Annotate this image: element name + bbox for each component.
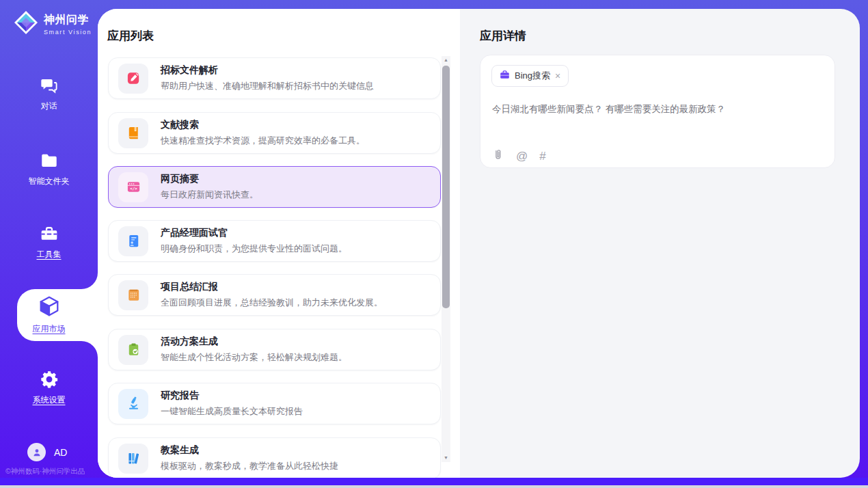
- notepad-icon: [118, 280, 148, 310]
- app-card-project-summary[interactable]: 项目总结汇报 全面回顾项目进展，总结经验教训，助力未来优化发展。: [108, 274, 441, 316]
- app-description: 智能生成个性化活动方案，轻松解决规划难题。: [161, 351, 347, 364]
- paperclip-icon[interactable]: [492, 148, 504, 164]
- scroll-down-icon[interactable]: ▼: [442, 454, 450, 462]
- app-list-scrollbar[interactable]: ▲ ▼: [442, 56, 450, 462]
- books-icon: [118, 444, 148, 474]
- app-card-event-plan[interactable]: 活动方案生成 智能生成个性化活动方案，轻松解决规划难题。: [108, 329, 441, 370]
- app-name: 文献搜索: [161, 119, 365, 131]
- svg-text:</>: </>: [130, 187, 137, 191]
- bubble-notch-bottom: [81, 341, 98, 357]
- app-list-panel: 应用列表 招标文件解析 帮助用户快速、准确地理解和解析招标书中的关键信息: [98, 9, 460, 478]
- app-card-web-summary[interactable]: </> 网页摘要 每日政府新闻资讯快查。: [108, 166, 441, 208]
- user-initials: AD: [54, 447, 67, 458]
- tool-chip-bing-search[interactable]: Bing搜索 ×: [491, 65, 569, 87]
- app-name: 活动方案生成: [161, 336, 347, 348]
- query-text[interactable]: 今日湖北有哪些新闻要点？ 有哪些需要关注的最新政策？: [492, 103, 820, 116]
- avatar: [27, 443, 46, 461]
- app-card-lesson-plan[interactable]: 教案生成 模板驱动，教案秒成，教学准备从此轻松快捷: [108, 437, 441, 478]
- sidebar-item-label: 系统设置: [33, 394, 66, 406]
- sidebar-item-smart-folder[interactable]: 智能文件夹: [0, 151, 98, 187]
- briefcase-icon: [500, 70, 510, 83]
- cube-icon: [38, 295, 61, 321]
- app-card-research-report[interactable]: 研究报告 一键智能生成高质量长文本研究报告: [108, 383, 441, 424]
- app-card-pm-interviewer[interactable]: 产品经理面试官 明确身份和职责，为您提供专业性的面试问题。: [108, 220, 441, 262]
- user-account[interactable]: AD: [27, 443, 67, 461]
- edit-document-icon: [118, 64, 148, 94]
- toolbox-icon: [40, 224, 59, 246]
- book-icon: [118, 118, 148, 148]
- scrollbar-thumb[interactable]: [442, 66, 450, 308]
- sidebar-item-label: 对话: [41, 100, 57, 112]
- app-name: 教案生成: [161, 444, 338, 457]
- sidebar-item-label: 应用市场: [33, 323, 66, 335]
- content-area: 应用列表 招标文件解析 帮助用户快速、准确地理解和解析招标书中的关键信息: [98, 9, 860, 478]
- app-detail-title: 应用详情: [480, 28, 526, 44]
- chat-icon: [40, 76, 59, 98]
- bottom-edge-line: [0, 485, 868, 488]
- hash-icon[interactable]: #: [539, 150, 545, 163]
- app-description: 全面回顾项目进展，总结经验教训，助力未来优化发展。: [161, 297, 383, 309]
- sidebar: 神州问学 Smart Vision 对话 智能文件夹: [0, 0, 98, 478]
- tool-chip-label: Bing搜索: [515, 70, 550, 82]
- app-name: 招标文件解析: [161, 64, 374, 77]
- app-name: 网页摘要: [161, 173, 258, 185]
- bottom-accent-strip: [0, 478, 868, 485]
- brand-subtitle: Smart Vision: [44, 29, 92, 36]
- copyright-text: ©神州数码·神州问学出品: [5, 467, 85, 476]
- app-list-title: 应用列表: [107, 28, 154, 44]
- sidebar-item-app-market[interactable]: 应用市场: [0, 295, 98, 335]
- browser-code-icon: </>: [118, 172, 148, 202]
- app-name: 产品经理面试官: [161, 227, 347, 239]
- brand-name: 神州问学: [44, 13, 92, 27]
- clipboard-check-icon: [118, 335, 148, 365]
- app-description: 每日政府新闻资讯快查。: [161, 189, 258, 201]
- app-card-literature-search[interactable]: 文献搜索 快速精准查找学术资源，提高研究效率的必备工具。: [108, 112, 441, 154]
- app-description: 模板驱动，教案秒成，教学准备从此轻松快捷: [161, 460, 338, 472]
- app-card-bid-document-analysis[interactable]: 招标文件解析 帮助用户快速、准确地理解和解析招标书中的关键信息: [108, 57, 441, 99]
- sidebar-item-label: 工具集: [37, 249, 62, 260]
- sidebar-item-chat[interactable]: 对话: [0, 76, 98, 112]
- bubble-notch-top: [81, 273, 98, 289]
- gear-icon: [40, 370, 59, 392]
- prompt-card[interactable]: Bing搜索 × 今日湖北有哪些新闻要点？ 有哪些需要关注的最新政策？ @ #: [480, 55, 835, 168]
- app-description: 快速精准查找学术资源，提高研究效率的必备工具。: [161, 135, 365, 147]
- folder-icon: [40, 151, 59, 173]
- at-icon[interactable]: @: [516, 150, 528, 163]
- sidebar-item-toolset[interactable]: 工具集: [0, 224, 98, 260]
- app-name: 研究报告: [161, 390, 303, 402]
- brand-gem-icon: [12, 9, 40, 39]
- sidebar-item-label: 智能文件夹: [29, 176, 70, 187]
- app-description: 帮助用户快速、准确地理解和解析招标书中的关键信息: [161, 80, 374, 92]
- microscope-icon: [118, 389, 148, 419]
- chip-close-icon[interactable]: ×: [555, 71, 560, 81]
- app-description: 一键智能生成高质量长文本研究报告: [161, 405, 303, 418]
- brand-logo: 神州问学 Smart Vision: [12, 9, 92, 39]
- prompt-toolbar: @ #: [492, 148, 546, 164]
- scroll-up-icon[interactable]: ▲: [442, 56, 450, 64]
- app-description: 明确身份和职责，为您提供专业性的面试问题。: [161, 243, 347, 255]
- app-name: 项目总结汇报: [161, 281, 383, 293]
- sidebar-item-settings[interactable]: 系统设置: [0, 370, 98, 406]
- interview-document-icon: [118, 226, 148, 256]
- app-detail-panel: 应用详情 Bing搜索 × 今日湖北有哪些新闻要点？ 有哪些需要关注的最新政策？: [460, 9, 860, 478]
